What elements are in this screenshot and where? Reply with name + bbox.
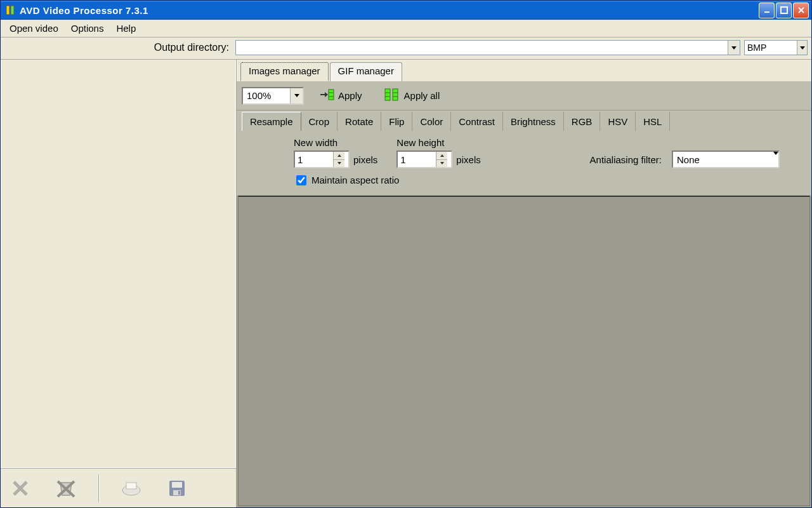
titlebar: AVD Video Processor 7.3.1 <box>1 1 811 20</box>
delete-all-icon[interactable] <box>53 475 79 502</box>
app-window: AVD Video Processor 7.3.1 Open video Opt… <box>0 0 812 508</box>
svg-rect-21 <box>385 89 390 100</box>
apply-all-icon <box>384 88 400 104</box>
apply-label: Apply <box>338 90 362 101</box>
toolbar-separator <box>98 474 99 502</box>
close-button[interactable] <box>793 3 809 18</box>
tab-contrast[interactable]: Contrast <box>451 112 503 131</box>
new-width-block: New width pixels <box>294 137 377 168</box>
new-height-spinner[interactable] <box>396 150 452 168</box>
menu-open-video[interactable]: Open video <box>3 20 65 36</box>
new-width-up-button[interactable] <box>334 152 344 160</box>
minimize-button[interactable] <box>759 3 775 18</box>
apply-button[interactable]: Apply <box>315 87 367 104</box>
maintain-aspect-checkbox[interactable] <box>296 175 306 185</box>
file-list[interactable] <box>1 60 236 468</box>
body-area: Images manager GIF manager 100% Apply <box>1 60 811 507</box>
manager-tabs: Images manager GIF manager <box>237 60 811 81</box>
tab-resample[interactable]: Resample <box>242 112 301 131</box>
height-unit: pixels <box>456 154 480 165</box>
new-width-label: New width <box>294 137 377 148</box>
menu-options[interactable]: Options <box>65 20 110 36</box>
zoom-value: 100% <box>243 90 290 101</box>
new-height-label: New height <box>396 137 480 148</box>
apply-all-label: Apply all <box>404 90 440 101</box>
width-unit: pixels <box>353 154 377 165</box>
tab-hsl[interactable]: HSL <box>636 112 670 131</box>
antialiasing-dropdown-button[interactable] <box>773 152 778 167</box>
tab-gif-manager[interactable]: GIF manager <box>330 62 402 81</box>
apply-icon <box>320 88 334 103</box>
resample-panel: New width pixels <box>237 131 811 196</box>
operation-tabs: Resample Crop Rotate Flip Color Contrast… <box>237 110 811 131</box>
svg-rect-1 <box>11 6 14 15</box>
new-height-block: New height pixels <box>396 137 480 168</box>
output-directory-combo[interactable] <box>235 40 740 55</box>
left-toolbar <box>1 468 236 507</box>
output-row: Output directory: <box>1 37 811 60</box>
preview-area[interactable] <box>238 196 810 506</box>
menubar: Open video Options Help <box>1 20 811 37</box>
print-icon[interactable] <box>118 475 145 502</box>
apply-all-button[interactable]: Apply all <box>379 86 445 105</box>
antialiasing-value: None <box>673 152 773 167</box>
new-width-spinner[interactable] <box>294 150 350 168</box>
delete-icon[interactable] <box>7 475 34 502</box>
svg-rect-11 <box>126 483 136 489</box>
svg-rect-13 <box>172 482 182 488</box>
zoom-dropdown-button[interactable] <box>290 88 303 104</box>
tab-color[interactable]: Color <box>412 112 451 131</box>
maintain-aspect-label: Maintain aspect ratio <box>311 175 399 185</box>
antialiasing-label: Antialiasing filter: <box>590 154 662 165</box>
tab-flip[interactable]: Flip <box>381 112 412 131</box>
menu-help[interactable]: Help <box>110 20 142 36</box>
right-panel: Images manager GIF manager 100% Apply <box>237 60 811 507</box>
output-directory-label: Output directory: <box>4 42 232 53</box>
save-icon[interactable] <box>164 475 190 502</box>
tab-hsv[interactable]: HSV <box>600 112 636 131</box>
zoom-combo[interactable]: 100% <box>242 87 304 105</box>
maximize-button[interactable] <box>776 3 792 18</box>
panel-content: 100% Apply Apply all <box>237 81 811 196</box>
tab-brightness[interactable]: Brightness <box>503 112 564 131</box>
tab-rotate[interactable]: Rotate <box>337 112 381 131</box>
svg-rect-18 <box>329 90 334 100</box>
antialiasing-combo[interactable]: None <box>672 150 780 168</box>
tab-crop[interactable]: Crop <box>301 112 338 131</box>
size-row: New width pixels <box>294 137 805 168</box>
new-width-down-button[interactable] <box>334 160 344 168</box>
svg-rect-3 <box>781 7 787 13</box>
svg-rect-2 <box>764 11 769 13</box>
output-format-dropdown-button[interactable] <box>797 41 807 55</box>
antialiasing-block: Antialiasing filter: None <box>590 150 780 168</box>
zoom-apply-toolbar: 100% Apply Apply all <box>237 81 811 110</box>
output-format-value[interactable] <box>745 41 797 55</box>
output-format-combo[interactable] <box>744 40 808 55</box>
svg-rect-15 <box>178 491 180 495</box>
app-icon <box>4 4 16 16</box>
svg-rect-0 <box>6 6 10 15</box>
tab-images-manager[interactable]: Images manager <box>240 62 329 81</box>
svg-rect-22 <box>393 89 398 100</box>
new-height-input[interactable] <box>398 152 436 167</box>
tab-rgb[interactable]: RGB <box>564 112 601 131</box>
window-title: AVD Video Processor 7.3.1 <box>20 5 148 16</box>
left-panel <box>1 60 237 507</box>
new-width-input[interactable] <box>295 152 333 167</box>
svg-marker-17 <box>325 92 328 97</box>
output-directory-input[interactable] <box>236 41 728 55</box>
maintain-aspect-row: Maintain aspect ratio <box>294 175 805 185</box>
output-directory-dropdown-button[interactable] <box>728 41 740 55</box>
new-height-down-button[interactable] <box>436 160 447 168</box>
new-height-up-button[interactable] <box>436 152 447 160</box>
